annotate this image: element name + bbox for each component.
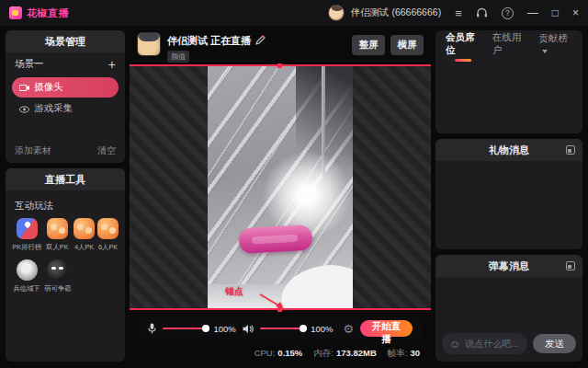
- camera-icon: [19, 79, 29, 96]
- live-tools-panel: 直播工具 互动玩法 PK排行榜 双人PK 4人PK 6人PK 兵临城下: [6, 168, 125, 362]
- danmaku-messages-panel: 弹幕消息 ☺ 说点什么吧... 发送: [435, 255, 582, 362]
- tab-member-seats[interactable]: 会员席位: [446, 30, 481, 57]
- chat-placeholder: 说点什么吧...: [465, 338, 518, 351]
- stream-control-bar: 100% 100% ⚙ 开始直播: [139, 317, 422, 339]
- audience-tabs: 会员席位 在线用户 贡献榜: [435, 30, 582, 56]
- source-label: 游戏采集: [34, 102, 73, 115]
- memory-label: 内存:: [313, 348, 334, 360]
- stream-main: 伴侣测试 正在直播 颜值 整屏 横屏 锚点: [130, 30, 431, 362]
- memory-value: 173.82MB: [336, 348, 377, 360]
- headset-icon[interactable]: [476, 7, 488, 18]
- left-sidebar: 场景管理 场景一 + 摄像头 游戏采集 添加素材 清空 直播工具 互动玩法: [6, 30, 125, 362]
- siege-icon: [17, 259, 38, 281]
- audience-panel: 会员席位 在线用户 贡献榜: [435, 30, 582, 133]
- popout-icon[interactable]: [566, 145, 575, 155]
- tool-siege[interactable]: 兵临城下: [11, 259, 43, 293]
- maximize-button[interactable]: □: [552, 7, 559, 18]
- performance-stats: CPU:0.15% 内存:173.82MB 帧率:30: [130, 348, 431, 360]
- scene-row: 场景一 +: [6, 52, 125, 76]
- speaker-slider-thumb[interactable]: [300, 325, 307, 332]
- help-icon[interactable]: ?: [502, 7, 514, 19]
- speaker-volume-value: 100%: [311, 324, 333, 334]
- eye-icon: [19, 100, 29, 117]
- selection-handle-top[interactable]: [277, 63, 282, 68]
- user-avatar[interactable]: [328, 5, 345, 21]
- settings-gear-icon[interactable]: ⚙: [344, 322, 355, 336]
- gift-messages-panel: 礼物消息: [435, 139, 582, 249]
- popout-icon[interactable]: [566, 261, 575, 270]
- fps-value: 30: [410, 348, 420, 360]
- gift-panel-header: 礼物消息: [435, 139, 582, 161]
- tool-battle[interactable]: 萌可争霸: [43, 259, 73, 293]
- duo-pk-icon: [47, 218, 68, 239]
- tools-panel-title: 直播工具: [45, 173, 85, 187]
- scene-panel-footer: 添加素材 清空: [6, 139, 125, 163]
- pk-ranking-icon: [17, 218, 38, 239]
- tool-duo-pk[interactable]: 双人PK: [43, 218, 73, 252]
- tool-6p-pk[interactable]: 6人PK: [96, 218, 119, 252]
- chat-input-row: ☺ 说点什么吧... 发送: [442, 333, 576, 354]
- fullscreen-button[interactable]: 整屏: [352, 35, 385, 55]
- right-sidebar: 会员席位 在线用户 贡献榜 礼物消息 弹幕消息 ☺ 说点什么吧... 发送: [435, 30, 582, 362]
- streamer-avatar[interactable]: [137, 32, 161, 56]
- landscape-button[interactable]: 横屏: [390, 35, 424, 55]
- source-item-camera[interactable]: 摄像头: [12, 77, 119, 98]
- menu-icon[interactable]: ≡: [455, 7, 462, 19]
- account-name: 伴侣测试 (66666666): [351, 6, 442, 19]
- gift-panel-title: 礼物消息: [489, 144, 529, 157]
- source-label: 摄像头: [34, 81, 63, 94]
- scene-management-panel: 场景管理 场景一 + 摄像头 游戏采集 添加素材 清空: [6, 30, 125, 163]
- tool-pk-ranking[interactable]: PK排行榜: [11, 218, 43, 252]
- tab-online-users[interactable]: 在线用户: [492, 30, 527, 57]
- scene-name[interactable]: 场景一: [15, 58, 44, 71]
- minimize-button[interactable]: —: [527, 7, 538, 18]
- mic-slider-thumb[interactable]: [202, 325, 209, 332]
- titlebar: 花椒直播 伴侣测试 (66666666) ≡ ? — □ ×: [0, 0, 588, 26]
- speaker-icon[interactable]: [243, 324, 254, 334]
- app-logo-icon: [9, 6, 22, 19]
- scene-panel-title: 场景管理: [45, 35, 85, 49]
- cpu-label: CPU:: [254, 348, 276, 360]
- stream-header: 伴侣测试 正在直播 颜值 整屏 横屏: [130, 30, 431, 60]
- selection-handle-bottom[interactable]: [277, 307, 282, 312]
- preview-canvas[interactable]: 锚点: [130, 64, 431, 310]
- app-name: 花椒直播: [27, 6, 69, 20]
- tools-grid: PK排行榜 双人PK 4人PK 6人PK 兵临城下 萌可争霸: [6, 218, 125, 293]
- scene-panel-header: 场景管理: [6, 30, 125, 52]
- category-badge: 颜值: [167, 51, 189, 63]
- clear-button[interactable]: 清空: [97, 144, 116, 157]
- 4p-pk-icon: [74, 218, 95, 239]
- close-button[interactable]: ×: [572, 7, 579, 18]
- app-logo: 花椒直播: [9, 6, 69, 20]
- camera-video-preview[interactable]: [208, 66, 353, 308]
- mic-volume-value: 100%: [213, 324, 235, 334]
- mic-volume-slider[interactable]: [163, 328, 207, 329]
- pink-blimp-sign: [238, 224, 312, 254]
- chevron-down-icon: [542, 50, 548, 53]
- chat-input[interactable]: ☺ 说点什么吧...: [442, 333, 527, 354]
- add-scene-button[interactable]: +: [108, 57, 116, 72]
- speaker-volume-slider[interactable]: [260, 328, 304, 329]
- tool-4p-pk[interactable]: 4人PK: [73, 218, 96, 252]
- 6p-pk-icon: [97, 218, 119, 239]
- emoji-icon[interactable]: ☺: [449, 339, 460, 350]
- tab-contribution-rank[interactable]: 贡献榜: [539, 30, 572, 56]
- danmaku-panel-header: 弹幕消息: [435, 255, 582, 277]
- add-material-button[interactable]: 添加素材: [15, 144, 51, 157]
- source-item-game-capture[interactable]: 游戏采集: [6, 98, 125, 119]
- stream-title: 伴侣测试 正在直播: [167, 34, 251, 48]
- start-live-button[interactable]: 开始直播: [360, 320, 413, 337]
- tools-panel-header: 直播工具: [6, 168, 125, 190]
- fps-label: 帧率:: [388, 348, 408, 360]
- danmaku-panel-title: 弹幕消息: [489, 259, 529, 273]
- cpu-value: 0.15%: [277, 348, 302, 360]
- interactive-games-label: 互动玩法: [6, 190, 125, 218]
- battle-icon: [47, 259, 68, 281]
- send-button[interactable]: 发送: [533, 334, 576, 353]
- edit-title-icon[interactable]: [255, 32, 266, 49]
- microphone-icon[interactable]: [148, 323, 156, 334]
